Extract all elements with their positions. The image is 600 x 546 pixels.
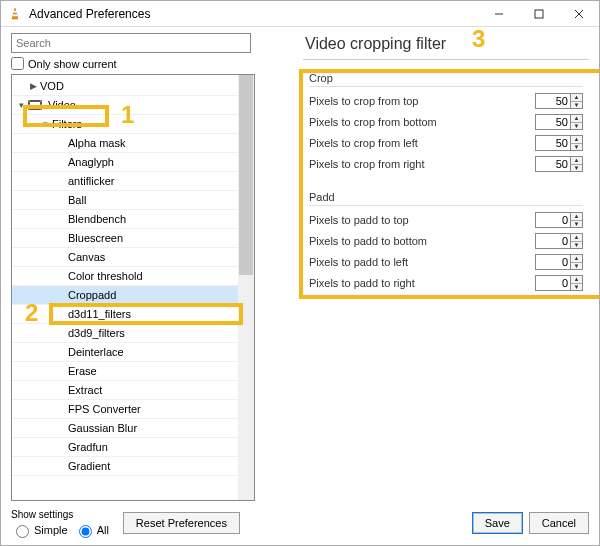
maximize-button[interactable] — [519, 1, 559, 27]
tree-label: FPS Converter — [68, 403, 141, 415]
tree-item-filters[interactable]: ▾ Filters — [12, 115, 254, 134]
spin-down-icon[interactable]: ▼ — [571, 242, 582, 249]
spin-buttons[interactable]: ▲▼ — [571, 233, 583, 249]
spin-up-icon[interactable]: ▲ — [571, 234, 582, 242]
spin-input[interactable]: 50 — [535, 135, 571, 151]
reset-preferences-button[interactable]: Reset Preferences — [123, 512, 240, 534]
field-row: Pixels to crop from bottom50▲▼ — [309, 112, 583, 132]
svg-rect-8 — [30, 102, 40, 108]
spin-input[interactable]: 0 — [535, 212, 571, 228]
tree-label: antiflicker — [68, 175, 114, 187]
tree-item-filter[interactable]: Ball — [12, 191, 254, 210]
spin-buttons[interactable]: ▲▼ — [571, 254, 583, 270]
footer: Show settings Simple All Reset Preferenc… — [1, 501, 599, 545]
search-input[interactable] — [11, 33, 251, 53]
show-settings-label: Show settings — [11, 509, 109, 520]
field-label: Pixels to padd to bottom — [309, 235, 535, 247]
spin-buttons[interactable]: ▲▼ — [571, 93, 583, 109]
cancel-button[interactable]: Cancel — [529, 512, 589, 534]
spin-down-icon[interactable]: ▼ — [571, 263, 582, 270]
spin-input[interactable]: 50 — [535, 156, 571, 172]
tree-item-filter[interactable]: Anaglyph — [12, 153, 254, 172]
close-button[interactable] — [559, 1, 599, 27]
field-label: Pixels to crop from right — [309, 158, 535, 170]
spin-up-icon[interactable]: ▲ — [571, 213, 582, 221]
scrollbar[interactable] — [238, 75, 254, 500]
spin-input[interactable]: 0 — [535, 275, 571, 291]
tree-label: d3d9_filters — [68, 327, 125, 339]
tree-item-filter[interactable]: Deinterlace — [12, 343, 254, 362]
window: Advanced Preferences Only show current ▶… — [0, 0, 600, 546]
radio-simple[interactable]: Simple — [11, 522, 68, 538]
tree-item-filter[interactable]: Canvas — [12, 248, 254, 267]
spin-input[interactable]: 50 — [535, 93, 571, 109]
svg-rect-2 — [13, 14, 18, 16]
spin-input[interactable]: 50 — [535, 114, 571, 130]
tree-label: VOD — [40, 80, 64, 92]
spin-up-icon[interactable]: ▲ — [571, 136, 582, 144]
spin-down-icon[interactable]: ▼ — [571, 165, 582, 172]
tree-item-filter[interactable]: d3d11_filters — [12, 305, 254, 324]
field-label: Pixels to padd to left — [309, 256, 535, 268]
tree-item-filter[interactable]: Erase — [12, 362, 254, 381]
spin-up-icon[interactable]: ▲ — [571, 115, 582, 123]
spin-input[interactable]: 0 — [535, 233, 571, 249]
tree-item-filter[interactable]: FPS Converter — [12, 400, 254, 419]
spin-down-icon[interactable]: ▼ — [571, 123, 582, 130]
spin-down-icon[interactable]: ▼ — [571, 221, 582, 228]
tree-item-vod[interactable]: ▶ VOD — [12, 77, 254, 96]
svg-rect-4 — [535, 10, 543, 18]
chevron-down-icon: ▾ — [40, 119, 50, 129]
tree-label: Ball — [68, 194, 86, 206]
spin-buttons[interactable]: ▲▼ — [571, 114, 583, 130]
tree-label: Canvas — [68, 251, 105, 263]
tree-item-filter[interactable]: Color threshold — [12, 267, 254, 286]
tree-label: Blendbench — [68, 213, 126, 225]
spin-up-icon[interactable]: ▲ — [571, 94, 582, 102]
tree-item-filter[interactable]: Gaussian Blur — [12, 419, 254, 438]
field-row: Pixels to padd to top0▲▼ — [309, 210, 583, 230]
tree-label: Deinterlace — [68, 346, 124, 358]
spin-up-icon[interactable]: ▲ — [571, 276, 582, 284]
tree-label: Croppadd — [68, 289, 116, 301]
tree-label: Alpha mask — [68, 137, 125, 149]
svg-rect-11 — [28, 108, 30, 110]
tree-item-filter[interactable]: Gradfun — [12, 438, 254, 457]
spin-buttons[interactable]: ▲▼ — [571, 212, 583, 228]
group-crop: Crop Pixels to crop from top50▲▼Pixels t… — [303, 68, 589, 181]
chevron-right-icon: ▶ — [28, 81, 38, 91]
spin-down-icon[interactable]: ▼ — [571, 144, 582, 151]
scrollbar-thumb[interactable] — [239, 75, 253, 275]
tree-item-filter[interactable]: d3d9_filters — [12, 324, 254, 343]
tree-item-filter[interactable]: Gradient — [12, 457, 254, 476]
svg-rect-14 — [40, 108, 42, 110]
tree-item-filter[interactable]: Alpha mask — [12, 134, 254, 153]
spin-buttons[interactable]: ▲▼ — [571, 156, 583, 172]
tree-label: Anaglyph — [68, 156, 114, 168]
spin-buttons[interactable]: ▲▼ — [571, 135, 583, 151]
save-button[interactable]: Save — [472, 512, 523, 534]
only-show-current-checkbox[interactable] — [11, 57, 24, 70]
spin-up-icon[interactable]: ▲ — [571, 255, 582, 263]
tree-item-filter[interactable]: antiflicker — [12, 172, 254, 191]
spin-buttons[interactable]: ▲▼ — [571, 275, 583, 291]
spin-up-icon[interactable]: ▲ — [571, 157, 582, 165]
tree-item-filter[interactable]: Blendbench — [12, 210, 254, 229]
show-settings-group: Show settings Simple All — [11, 509, 109, 538]
minimize-button[interactable] — [479, 1, 519, 27]
tree-item-filter[interactable]: Bluescreen — [12, 229, 254, 248]
spin-input[interactable]: 0 — [535, 254, 571, 270]
tree-item-filter[interactable]: Extract — [12, 381, 254, 400]
tree-item-video[interactable]: ▾ Video — [12, 96, 254, 115]
radio-all[interactable]: All — [74, 522, 109, 538]
field-row: Pixels to crop from right50▲▼ — [309, 154, 583, 174]
tree: ▶ VOD ▾ Video ▾ Filters Alpha maskAnagly… — [11, 74, 255, 501]
svg-rect-13 — [40, 104, 42, 106]
right-panel: Video cropping filter Crop Pixels to cro… — [297, 27, 599, 501]
tree-item-filter[interactable]: Croppadd — [12, 286, 254, 305]
tree-label: d3d11_filters — [68, 308, 131, 320]
vlc-icon — [7, 6, 23, 22]
spin-down-icon[interactable]: ▼ — [571, 102, 582, 109]
group-header-padd: Padd — [309, 191, 583, 206]
spin-down-icon[interactable]: ▼ — [571, 284, 582, 291]
